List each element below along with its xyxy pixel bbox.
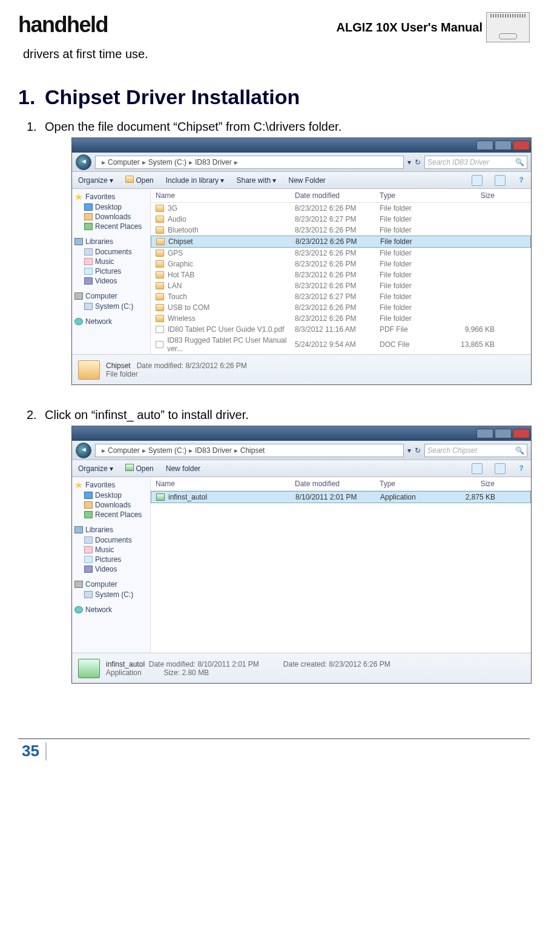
file-type: File folder — [380, 282, 446, 290]
nav-recent[interactable]: Recent Places — [74, 510, 148, 520]
file-row[interactable]: Bluetooth8/23/2012 6:26 PMFile folder — [151, 225, 531, 236]
nav-computer[interactable]: Computer — [74, 580, 148, 589]
col-name[interactable]: Name — [156, 480, 295, 488]
folder-icon — [156, 226, 164, 234]
back-button[interactable] — [76, 443, 91, 458]
nav-desktop[interactable]: Desktop — [74, 490, 148, 500]
file-type: File folder — [380, 314, 446, 323]
minimize-button[interactable] — [476, 140, 493, 150]
nav-libraries[interactable]: Libraries — [74, 526, 148, 534]
col-name[interactable]: Name — [156, 191, 295, 200]
breadcrumb-seg[interactable]: Computer — [108, 158, 140, 167]
nav-network[interactable]: Network — [74, 317, 148, 326]
breadcrumb-seg[interactable]: ID83 Driver — [195, 446, 232, 455]
nav-documents[interactable]: Documents — [74, 535, 148, 545]
file-row[interactable]: Graphic8/23/2012 6:26 PMFile folder — [151, 259, 531, 269]
share-button[interactable]: Share with ▾ — [236, 176, 276, 185]
nav-favorites[interactable]: Favorites — [74, 481, 148, 489]
file-name: Chipset — [168, 237, 193, 246]
col-date[interactable]: Date modified — [295, 191, 380, 200]
file-date: 8/23/2012 6:27 PM — [295, 292, 380, 301]
organize-button[interactable]: Organize ▾ — [78, 176, 113, 185]
file-row[interactable]: Hot TAB8/23/2012 6:26 PMFile folder — [151, 269, 531, 280]
breadcrumb-seg[interactable]: System (C:) — [148, 446, 186, 455]
newfolder-button[interactable]: New folder — [166, 464, 200, 473]
folder-icon — [156, 271, 164, 279]
nav-libraries[interactable]: Libraries — [74, 237, 148, 246]
file-name: Hot TAB — [168, 271, 194, 279]
newfolder-button[interactable]: New Folder — [288, 176, 325, 185]
help-button[interactable]: ？ — [518, 175, 525, 185]
nav-recent[interactable]: Recent Places — [74, 222, 148, 231]
brand-logo: handheld — [18, 12, 108, 38]
nav-computer[interactable]: Computer — [74, 292, 148, 300]
file-row[interactable]: ID80 Tablet PC User Guide V1.0.pdf8/3/20… — [151, 324, 531, 335]
file-row[interactable]: 3G8/23/2012 6:26 PMFile folder — [151, 203, 531, 214]
titlebar — [72, 426, 531, 441]
file-type: PDF File — [380, 325, 446, 334]
nav-music[interactable]: Music — [74, 545, 148, 555]
nav-documents[interactable]: Documents — [74, 247, 148, 257]
search-icon: 🔍 — [515, 158, 524, 167]
address-bar[interactable]: ▸ Computer▸ System (C:)▸ ID83 Driver▸ Ch… — [95, 444, 404, 457]
view-button[interactable] — [472, 463, 483, 474]
breadcrumb-seg[interactable]: System (C:) — [148, 158, 186, 167]
nav-favorites[interactable]: Favorites — [74, 193, 148, 201]
maximize-button[interactable] — [495, 429, 512, 438]
search-input[interactable]: Search Chipset 🔍 — [424, 444, 527, 457]
file-date: 8/23/2012 6:27 PM — [295, 215, 380, 223]
page-number: 35 — [18, 742, 43, 760]
file-row[interactable]: Touch8/23/2012 6:27 PMFile folder — [151, 291, 531, 302]
nav-systemc[interactable]: System (C:) — [74, 302, 148, 311]
nav-pictures[interactable]: Pictures — [74, 266, 148, 276]
step-1-number: 1. — [27, 120, 45, 403]
nav-downloads[interactable]: Downloads — [74, 500, 148, 510]
nav-videos[interactable]: Videos — [74, 276, 148, 286]
close-button[interactable] — [513, 429, 530, 438]
breadcrumb-seg[interactable]: Computer — [108, 446, 140, 455]
nav-network[interactable]: Network — [74, 605, 148, 614]
file-name: infinst_autol — [168, 493, 207, 501]
section-number: 1. — [18, 85, 45, 109]
device-illustration — [486, 12, 530, 42]
help-button[interactable]: ？ — [518, 463, 525, 473]
detail-name: Chipset — [106, 361, 131, 370]
breadcrumb-seg[interactable]: Chipset — [240, 446, 265, 455]
file-row[interactable]: GPS8/23/2012 6:26 PMFile folder — [151, 248, 531, 259]
address-bar[interactable]: ▸ Computer▸ System (C:)▸ ID83 Driver▸ — [95, 156, 404, 169]
organize-button[interactable]: Organize ▾ — [78, 464, 113, 473]
nav-pictures[interactable]: Pictures — [74, 555, 148, 564]
col-type[interactable]: Type — [380, 191, 446, 200]
file-row[interactable]: infinst_autol8/10/2011 2:01 PMApplicatio… — [151, 491, 531, 503]
close-button[interactable] — [513, 140, 530, 150]
file-row[interactable]: Audio8/23/2012 6:27 PMFile folder — [151, 214, 531, 225]
col-type[interactable]: Type — [380, 480, 446, 488]
nav-music[interactable]: Music — [74, 257, 148, 266]
nav-downloads[interactable]: Downloads — [74, 212, 148, 222]
col-size[interactable]: Size — [446, 480, 495, 488]
view-button[interactable] — [472, 175, 483, 186]
nav-desktop[interactable]: Desktop — [74, 202, 148, 212]
col-size[interactable]: Size — [446, 191, 495, 200]
file-row[interactable]: USB to COM8/23/2012 6:26 PMFile folder — [151, 302, 531, 313]
col-date[interactable]: Date modified — [295, 480, 380, 488]
open-button[interactable]: Open — [125, 176, 154, 185]
preview-button[interactable] — [495, 463, 506, 474]
minimize-button[interactable] — [476, 429, 493, 438]
back-button[interactable] — [76, 154, 91, 170]
breadcrumb-seg[interactable]: ID83 Driver — [195, 158, 232, 167]
file-row[interactable]: Wrieless8/23/2012 6:26 PMFile folder — [151, 313, 531, 324]
include-button[interactable]: Include in library ▾ — [166, 176, 225, 185]
file-row[interactable]: LAN8/23/2012 6:26 PMFile folder — [151, 280, 531, 291]
app-icon — [78, 659, 100, 678]
file-name: Graphic — [168, 260, 193, 268]
preview-button[interactable] — [495, 175, 506, 186]
file-row[interactable]: Chipset8/23/2012 6:26 PMFile folder — [151, 236, 531, 248]
open-button[interactable]: Open — [125, 464, 154, 473]
search-input[interactable]: Search ID83 Driver 🔍 — [424, 156, 527, 169]
file-name: GPS — [168, 249, 183, 257]
maximize-button[interactable] — [495, 140, 512, 150]
file-row[interactable]: ID83 Rugged Tablet PC User Manual ver...… — [151, 335, 531, 354]
nav-videos[interactable]: Videos — [74, 564, 148, 574]
nav-systemc[interactable]: System (C:) — [74, 590, 148, 599]
